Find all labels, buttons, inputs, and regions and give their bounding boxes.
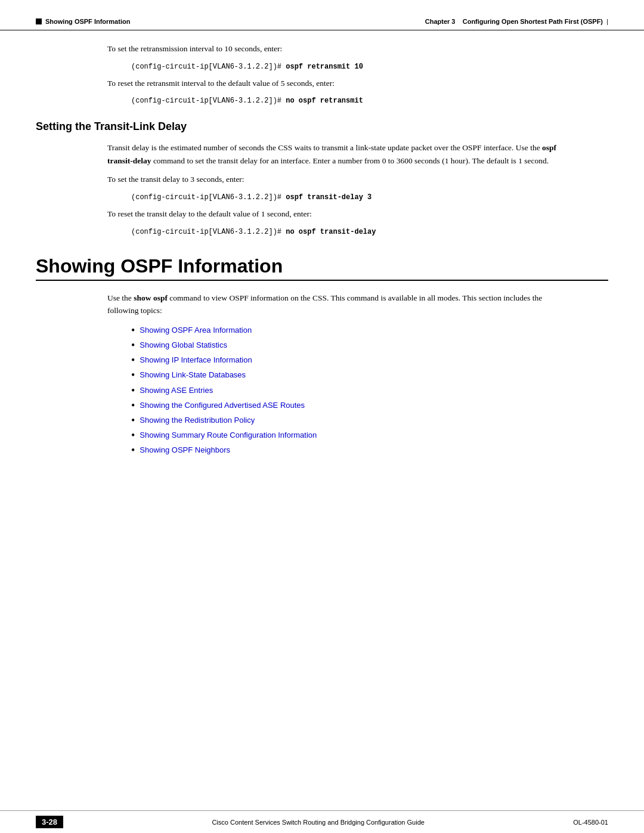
bullet-icon-7: • — [131, 413, 135, 428]
code-bold-3: ospf transit-delay 3 — [286, 193, 371, 202]
transit-body-3: To reset the transit delay to the defaul… — [107, 208, 572, 221]
list-item: • Showing OSPF Area Information — [131, 323, 572, 338]
code-text-1: (config-circuit-ip[VLAN6-3.1.2.2])# — [131, 63, 286, 71]
page-header: Showing OSPF Information Chapter 3 Confi… — [0, 0, 644, 30]
bullet-icon-8: • — [131, 428, 135, 443]
link-redistribution[interactable]: Showing the Redistribution Policy — [140, 413, 255, 427]
footer-doc-number: OL-4580-01 — [573, 819, 608, 826]
link-link-state[interactable]: Showing Link-State Databases — [140, 368, 246, 382]
link-ospf-area[interactable]: Showing OSPF Area Information — [140, 323, 252, 337]
list-item: • Showing Global Statistics — [131, 338, 572, 353]
link-global-stats[interactable]: Showing Global Statistics — [140, 338, 227, 352]
bullet-icon-2: • — [131, 338, 135, 353]
transit-body-2: To set the transit delay to 3 seconds, e… — [107, 173, 572, 186]
header-square-icon — [36, 18, 42, 24]
transit-link-section: Transit delay is the estimated number of… — [107, 141, 572, 237]
code-text-2: (config-circuit-ip[VLAN6-3.1.2.2])# — [131, 97, 286, 105]
code-bold-1: ospf retransmit 10 — [286, 63, 363, 71]
bullet-icon-3: • — [131, 353, 135, 368]
ospf-info-section: Use the show ospf command to view OSPF i… — [107, 292, 572, 459]
chapter-title: Configuring Open Shortest Path First (OS… — [463, 18, 603, 25]
header-chapter-info: Chapter 3 Configuring Open Shortest Path… — [425, 18, 608, 25]
list-item: • Showing OSPF Neighbors — [131, 443, 572, 458]
ospf-intro-text-cont: command to view OSPF information on the … — [107, 293, 542, 315]
intro-paragraph-2: To reset the retransmit interval to the … — [107, 77, 572, 90]
footer-left: 3-28 — [36, 816, 63, 828]
transit-text-1-cont: command to set the transit delay for an … — [151, 156, 549, 165]
link-ospf-neighbors[interactable]: Showing OSPF Neighbors — [140, 443, 230, 457]
major-section-heading: Showing OSPF Information — [36, 255, 608, 281]
header-section-text: Showing OSPF Information — [45, 18, 130, 25]
link-ip-interface[interactable]: Showing IP Interface Information — [140, 353, 252, 367]
code-block-2: (config-circuit-ip[VLAN6-3.1.2.2])# no o… — [131, 95, 572, 106]
bullet-icon-5: • — [131, 383, 135, 398]
list-item: • Showing IP Interface Information — [131, 353, 572, 368]
list-item: • Showing the Redistribution Policy — [131, 413, 572, 428]
intro-paragraph-1: To set the retransmission interval to 10… — [107, 42, 572, 55]
code-block-3: (config-circuit-ip[VLAN6-3.1.2.2])# ospf… — [131, 192, 572, 203]
page-content: To set the retransmission interval to 10… — [0, 30, 644, 810]
code-bold-2: no ospf retransmit — [286, 97, 363, 105]
link-ase-entries[interactable]: Showing ASE Entries — [140, 383, 213, 397]
ospf-intro-text-1: Use the — [107, 293, 134, 302]
list-item: • Showing the Configured Advertised ASE … — [131, 398, 572, 413]
list-item: • Showing Link-State Databases — [131, 368, 572, 383]
footer-center-text: Cisco Content Services Switch Routing an… — [75, 819, 561, 826]
code-text-4: (config-circuit-ip[VLAN6-3.1.2.2])# — [131, 228, 286, 236]
page-number: 3-28 — [36, 816, 63, 828]
code-bold-4: no ospf transit-delay — [286, 228, 376, 236]
transit-body-1: Transit delay is the estimated number of… — [107, 141, 572, 167]
bullet-icon-9: • — [131, 443, 135, 458]
code-block-4: (config-circuit-ip[VLAN6-3.1.2.2])# no o… — [131, 227, 572, 237]
code-block-1: (config-circuit-ip[VLAN6-3.1.2.2])# ospf… — [131, 61, 572, 72]
header-section-label: Showing OSPF Information — [36, 18, 130, 25]
indented-section: To set the retransmission interval to 10… — [107, 42, 572, 106]
page-footer: 3-28 Cisco Content Services Switch Routi… — [0, 810, 644, 833]
link-configured-ase[interactable]: Showing the Configured Advertised ASE Ro… — [140, 398, 305, 412]
ospf-intro-paragraph: Use the show ospf command to view OSPF i… — [107, 292, 572, 317]
bullet-icon-1: • — [131, 323, 135, 338]
transit-link-delay-heading: Setting the Transit-Link Delay — [36, 120, 608, 133]
ospf-intro-bold: show ospf — [134, 293, 168, 302]
chapter-label: Chapter 3 — [425, 18, 456, 25]
bullet-icon-4: • — [131, 368, 135, 383]
bullet-icon-6: • — [131, 398, 135, 413]
code-text-3: (config-circuit-ip[VLAN6-3.1.2.2])# — [131, 193, 286, 202]
list-item: • Showing Summary Route Configuration In… — [131, 428, 572, 443]
ospf-topics-list: • Showing OSPF Area Information • Showin… — [131, 323, 572, 459]
link-summary-route[interactable]: Showing Summary Route Configuration Info… — [140, 428, 317, 442]
list-item: • Showing ASE Entries — [131, 383, 572, 398]
page-container: Showing OSPF Information Chapter 3 Confi… — [0, 0, 644, 833]
transit-text-1: Transit delay is the estimated number of… — [107, 143, 542, 152]
